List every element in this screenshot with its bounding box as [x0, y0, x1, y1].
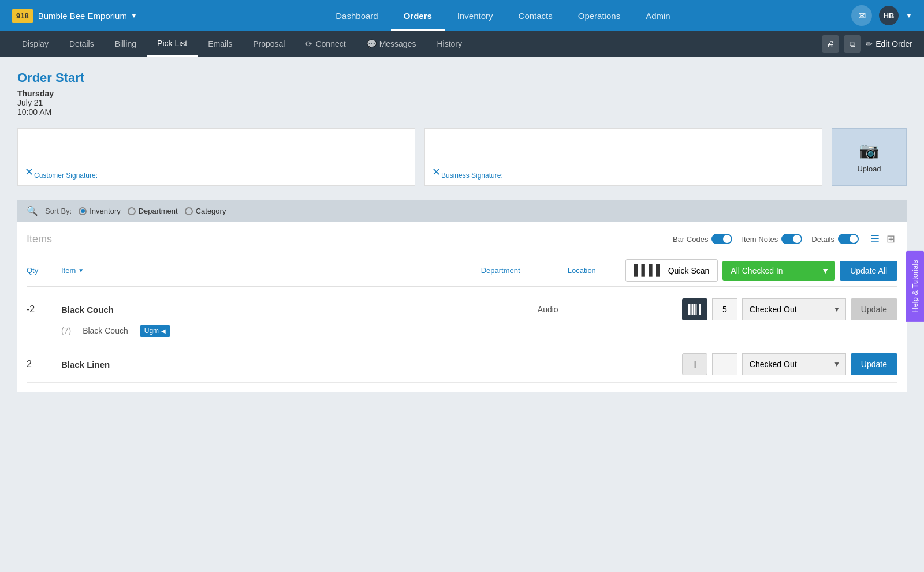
tab-messages[interactable]: 💬 Messages: [356, 31, 427, 57]
business-sig-clear[interactable]: ✕: [432, 166, 441, 178]
connect-icon: ⟳: [305, 39, 312, 48]
avatar[interactable]: HB: [879, 6, 899, 25]
top-nav: 918 Bumble Bee Emporium ▼ Dashboard Orde…: [0, 0, 924, 31]
svg-rect-8: [695, 361, 696, 368]
barcode-scan-icon-2: [688, 359, 701, 369]
all-checked-in-chevron[interactable]: ▼: [815, 261, 835, 281]
col-header-dept: Department: [481, 266, 568, 275]
item-notes-toggle[interactable]: [781, 234, 802, 244]
svg-rect-5: [698, 304, 698, 315]
nav-operations[interactable]: Operations: [565, 0, 633, 31]
tab-details[interactable]: Details: [59, 31, 105, 57]
tab-billing[interactable]: Billing: [105, 31, 147, 57]
items-header: Items Bar Codes Item Notes Details ☰ ⊞: [27, 231, 897, 246]
nav-admin[interactable]: Admin: [633, 0, 683, 31]
nav-orders[interactable]: Orders: [391, 0, 445, 31]
tab-connect[interactable]: ⟳ Connect: [295, 31, 356, 57]
item-row-actions: Checked Out Checked In Missing ▼ Update: [682, 353, 897, 375]
view-buttons: ☰ ⊞: [868, 231, 897, 246]
svg-rect-0: [688, 304, 690, 315]
tab-proposal[interactable]: Proposal: [243, 31, 295, 57]
status-select-2[interactable]: Checked Out Checked In Missing: [742, 353, 846, 375]
item-qty: 2: [27, 359, 61, 369]
item-tag[interactable]: Ugm ◀: [140, 325, 170, 337]
svg-rect-2: [691, 304, 693, 315]
customer-signature-box[interactable]: ✕ Customer Signature:: [17, 128, 415, 186]
sort-department[interactable]: Department: [128, 207, 178, 215]
item-row-main: -2 Black Couch Audio: [27, 298, 897, 320]
col-header-actions: ▌▌▌▌ Quick Scan All Checked In All Check…: [625, 259, 897, 282]
sort-category[interactable]: Category: [185, 207, 226, 215]
svg-rect-1: [690, 304, 691, 315]
print-icon[interactable]: 🖨: [822, 35, 839, 53]
barcode-scan-icon: [688, 304, 701, 315]
grid-view-button[interactable]: ⊞: [884, 231, 897, 246]
all-checked-in-wrapper: All Checked In All Checked Out ▼: [722, 261, 835, 281]
item-sort-icon[interactable]: ▼: [78, 267, 84, 274]
barcodes-toggle-group: Bar Codes: [673, 234, 732, 244]
brand-name: Bumble Bee Emporium: [38, 11, 127, 21]
update-all-button[interactable]: Update All: [840, 261, 897, 281]
quick-scan-barcode-icon: ▌▌▌▌: [634, 264, 664, 276]
nav-links: Dashboard Orders Inventory Contacts Oper…: [155, 0, 851, 31]
sort-bar: 🔍 Sort By: Inventory Department Category: [17, 200, 907, 222]
copy-icon[interactable]: ⧉: [844, 35, 861, 53]
tab-pick-list[interactable]: Pick List: [147, 31, 198, 57]
tab-display[interactable]: Display: [12, 31, 59, 57]
barcodes-toggle-label: Bar Codes: [673, 235, 708, 244]
business-signature-box[interactable]: ✕ Business Signature:: [424, 128, 822, 186]
order-start-title: Order Start: [17, 70, 907, 85]
tab-emails[interactable]: Emails: [198, 31, 243, 57]
update-button[interactable]: Update: [851, 298, 897, 320]
item-sub-dept: Black Couch: [83, 326, 128, 335]
nav-dashboard[interactable]: Dashboard: [323, 0, 390, 31]
qty-input[interactable]: [712, 298, 737, 320]
order-start-day: Thursday: [17, 89, 907, 98]
items-controls: Bar Codes Item Notes Details ☰ ⊞: [673, 231, 897, 246]
status-select[interactable]: Checked Out Checked In Missing: [742, 298, 846, 320]
sort-search-icon[interactable]: 🔍: [27, 205, 38, 216]
order-start-time: 10:00 AM: [17, 107, 907, 117]
col-header-item: Item ▼: [61, 266, 481, 275]
inbox-icon[interactable]: ✉: [851, 5, 872, 26]
table-header: Qty Item ▼ Department Location ▌▌▌▌ Quic…: [27, 255, 897, 287]
item-notes-toggle-group: Item Notes: [742, 234, 802, 244]
brand-chevron-icon[interactable]: ▼: [131, 12, 137, 20]
edit-order-button[interactable]: ✏ Edit Order: [866, 39, 912, 48]
user-chevron-icon[interactable]: ▼: [906, 12, 912, 20]
qty-input-2[interactable]: [712, 353, 737, 375]
nav-inventory[interactable]: Inventory: [445, 0, 506, 31]
list-view-button[interactable]: ☰: [868, 231, 882, 246]
col-header-loc: Location: [568, 266, 625, 275]
customer-sig-clear[interactable]: ✕: [25, 166, 33, 178]
edit-icon: ✏: [866, 39, 873, 48]
signature-row: ✕ Customer Signature: ✕ Business Signatu…: [17, 128, 907, 186]
svg-rect-4: [695, 304, 696, 315]
tab-history[interactable]: History: [426, 31, 472, 57]
details-toggle[interactable]: [838, 234, 859, 244]
barcode-scan-button[interactable]: [682, 298, 707, 320]
item-qty: -2: [27, 304, 61, 315]
update-button-2[interactable]: Update: [851, 353, 897, 375]
brand-badge: 918: [12, 9, 33, 23]
nav-contacts[interactable]: Contacts: [506, 0, 565, 31]
status-select-wrapper: Checked Out Checked In Missing ▼: [742, 298, 846, 320]
quick-scan-button[interactable]: ▌▌▌▌ Quick Scan: [625, 259, 718, 282]
sort-inventory[interactable]: Inventory: [79, 207, 120, 215]
tag-arrow-icon: ◀: [161, 328, 166, 334]
help-sidebar[interactable]: Help & Tutorials: [906, 251, 924, 322]
status-select-wrapper-2: Checked Out Checked In Missing ▼: [742, 353, 846, 375]
item-name: Black Couch: [61, 305, 538, 315]
details-toggle-label: Details: [811, 235, 834, 244]
svg-rect-6: [699, 304, 701, 315]
items-title: Items: [27, 233, 673, 245]
sub-nav-right: 🖨 ⧉ ✏ Edit Order: [822, 35, 912, 53]
item-row-actions: Checked Out Checked In Missing ▼ Update: [682, 298, 897, 320]
business-sig-label: Business Signature:: [441, 171, 503, 180]
items-panel: Items Bar Codes Item Notes Details ☰ ⊞: [17, 222, 907, 392]
barcode-scan-button-2[interactable]: [682, 353, 707, 375]
upload-box[interactable]: 📷 Upload: [832, 128, 907, 186]
barcodes-toggle[interactable]: [711, 234, 732, 244]
all-checked-in-select[interactable]: All Checked In All Checked Out: [722, 261, 815, 281]
item-row: 2 Black Linen Checked Out: [27, 346, 897, 383]
